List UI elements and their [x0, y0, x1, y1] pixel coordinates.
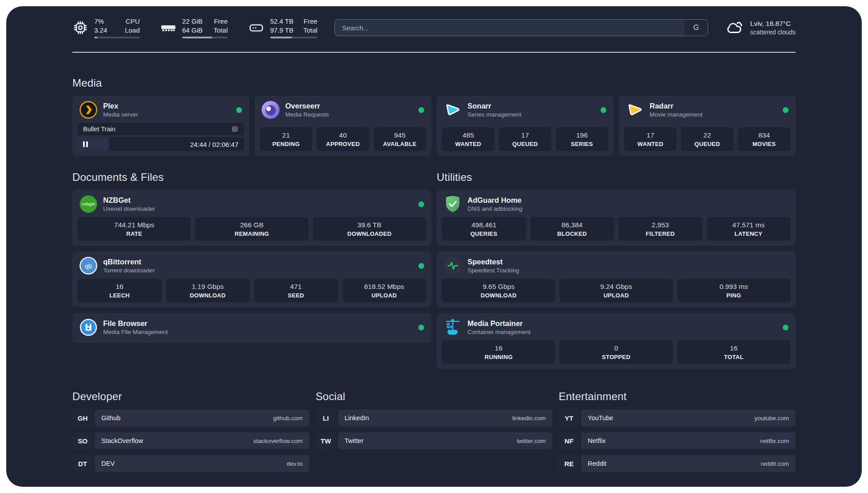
service-card-overseerr[interactable]: Overseerr Media Requests 21 PENDING 40 A… — [255, 96, 431, 156]
disk-widget: 52.4 TB 97.9 TB Free Total — [248, 17, 317, 39]
playback-progress-fill — [78, 137, 109, 151]
memory-total-label: Total — [213, 26, 228, 35]
cloud-icon — [725, 18, 744, 37]
playback-time: 24:44 / 02:06:47 — [190, 140, 238, 148]
stat-running: 16 RUNNING — [442, 340, 555, 364]
service-card-media-portainer[interactable]: Media Portainer Container management 16 … — [437, 313, 796, 369]
memory-widget: 22 GiB 64 GiB Free Total — [160, 17, 228, 39]
section-title-entertainment: Entertainment — [559, 390, 796, 403]
status-dot — [601, 107, 606, 113]
service-card-qbittorrent[interactable]: qb qBittorrent Torrent downloader — [72, 251, 431, 307]
service-card-nzbget[interactable]: nzbget NZBGet Usenet downloader 74 — [72, 190, 431, 246]
service-name: Overseerr — [285, 102, 329, 110]
bookmark-linkedin[interactable]: LI LinkedIn linkedin.com — [316, 409, 553, 426]
pause-button[interactable] — [83, 141, 88, 147]
stat-rate: 744.21 Mbps RATE — [78, 217, 191, 241]
section-documents-files: Documents & Files nzbget NZBGet — [72, 156, 431, 369]
resource-widgets: 7% 3.24 CPU Load — [72, 17, 317, 39]
memory-total-value: 64 GiB — [182, 26, 203, 35]
ram-icon — [160, 20, 176, 36]
disk-progress-bar — [270, 37, 317, 38]
bookmark-dev[interactable]: DT DEV dev.to — [72, 455, 309, 472]
cpu-chip-icon — [72, 20, 88, 36]
dashboard-page: 7% 3.24 CPU Load — [6, 6, 862, 487]
stat-wanted: 485 WANTED — [442, 127, 494, 151]
stat-movies: 834 MOVIES — [738, 127, 790, 151]
cpu-load-value: 3.24 — [94, 26, 107, 35]
bookmark-youtube[interactable]: YT YouTube youtube.com — [559, 409, 796, 426]
memory-progress-bar — [182, 37, 228, 38]
cpu-load-label: Load — [125, 26, 140, 35]
stat-download: 1.19 Gbps DOWNLOAD — [166, 279, 250, 302]
plex-icon — [79, 101, 97, 119]
top-bar: 7% 3.24 CPU Load — [72, 17, 796, 38]
service-subtitle: Media File Management — [103, 329, 168, 335]
service-card-sonarr[interactable]: Sonarr Series management 485 WANTED 17 Q… — [437, 96, 613, 156]
service-subtitle: Usenet downloader — [103, 205, 155, 212]
sonarr-icon — [444, 101, 462, 119]
session-settings-icon[interactable] — [231, 125, 238, 133]
stat-remaining: 266 GB REMAINING — [195, 217, 308, 241]
disk-total-value: 97.9 TB — [270, 26, 293, 35]
stat-upload: 618.52 Mbps UPLOAD — [342, 279, 426, 302]
weather-condition: scattered clouds — [750, 29, 796, 36]
bookmark-stackoverflow[interactable]: SO StackOverflow stackoverflow.com — [72, 432, 309, 449]
disk-total-label: Total — [303, 26, 317, 35]
cpu-progress-fill — [94, 37, 97, 38]
bookmark-reddit[interactable]: RE Reddit reddit.com — [559, 455, 796, 472]
adguard-icon — [444, 195, 462, 213]
bookmark-abbr: LI — [316, 409, 336, 426]
section-title-social: Social — [316, 390, 553, 403]
stat-downloaded: 39.6 TB DOWNLOADED — [313, 217, 426, 241]
stat-filtered: 2,953 FILTERED — [618, 217, 702, 241]
service-card-speedtest[interactable]: Speedtest Speedtest Tracking 9.65 Gbps D… — [437, 251, 796, 307]
service-subtitle: Media Requests — [285, 111, 329, 118]
status-dot — [418, 107, 424, 113]
speedtest-icon — [444, 257, 462, 275]
stat-queued: 17 QUEUED — [499, 127, 551, 151]
bookmark-github[interactable]: GH Github github.com — [72, 409, 309, 426]
service-card-radarr[interactable]: Radarr Movie management 17 WANTED 22 QUE… — [619, 96, 796, 156]
bookmark-abbr: RE — [559, 455, 579, 472]
bookmark-abbr: DT — [72, 455, 93, 472]
search-provider-button[interactable]: G — [684, 20, 708, 36]
bookmark-twitter[interactable]: TW Twitter twitter.com — [316, 432, 553, 449]
weather-widget: Lviv, 16.87°C scattered clouds — [725, 18, 796, 37]
cpu-progress-bar — [94, 37, 140, 38]
bookmark-group-developer: Developer GH Github github.com SO StackO… — [72, 390, 309, 472]
disk-free-value: 52.4 TB — [270, 17, 293, 26]
section-media: Media Plex Media server — [72, 77, 796, 156]
bookmark-abbr: YT — [559, 409, 579, 426]
bookmark-abbr: SO — [72, 432, 93, 449]
service-name: File Browser — [103, 319, 168, 328]
cpu-widget: 7% 3.24 CPU Load — [72, 17, 140, 39]
search-bar: G — [334, 19, 708, 36]
qbittorrent-icon: qb — [79, 257, 97, 275]
stat-queued: 22 QUEUED — [681, 127, 733, 151]
stat-download: 9.65 Gbps DOWNLOAD — [442, 279, 555, 302]
status-dot — [418, 263, 424, 269]
status-dot — [236, 107, 242, 113]
disk-free-label: Free — [303, 17, 317, 26]
service-subtitle: Media server — [103, 111, 138, 118]
status-dot — [783, 107, 789, 113]
bookmark-netflix[interactable]: NF Netflix netflix.com — [559, 432, 796, 449]
service-name: AdGuard Home — [467, 196, 522, 205]
svg-text:nzbget: nzbget — [82, 201, 95, 206]
stat-stopped: 0 STOPPED — [559, 340, 672, 364]
stat-queries: 498,461 QUERIES — [442, 217, 526, 241]
disk-progress-fill — [270, 37, 292, 38]
service-name: Media Portainer — [467, 319, 530, 328]
bookmark-abbr: GH — [72, 409, 93, 426]
memory-free-value: 22 GiB — [182, 17, 203, 26]
service-subtitle: Container management — [467, 329, 530, 335]
service-name: Sonarr — [467, 102, 522, 110]
service-name: qBittorrent — [103, 258, 155, 266]
cpu-usage: 7% — [94, 17, 107, 26]
status-dot — [418, 201, 424, 207]
search-input[interactable] — [335, 20, 684, 36]
service-card-plex[interactable]: Plex Media server Bullet Train — [72, 96, 249, 156]
service-card-adguard-home[interactable]: AdGuard Home DNS and adblocking 498,461 … — [437, 190, 796, 246]
stat-upload: 9.24 Gbps UPLOAD — [559, 279, 672, 302]
service-card-filebrowser[interactable]: File Browser Media File Management — [72, 313, 431, 343]
